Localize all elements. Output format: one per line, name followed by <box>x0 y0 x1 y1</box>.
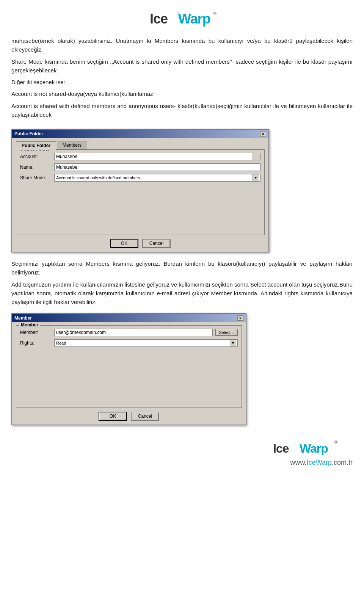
footer-domain-www: www. <box>290 459 307 466</box>
rights-select[interactable]: Read ▼ <box>54 339 238 347</box>
rights-value: Read <box>56 341 230 345</box>
dialog-title: Public Folder <box>14 131 43 136</box>
header-logo: Ice Warp ® <box>11 8 353 30</box>
dialog-close-button[interactable]: × <box>260 131 266 136</box>
member-dialog-close-button[interactable]: × <box>237 315 243 321</box>
member-dialog-title: Member <box>14 315 32 321</box>
member-cancel-button[interactable]: Cancel <box>131 412 159 421</box>
account-input[interactable] <box>54 153 252 160</box>
member-input-group: Select... <box>54 329 238 336</box>
share-mode-label: Share Mode: <box>20 175 54 180</box>
dialog-titlebar: Public Folder × <box>12 130 268 138</box>
member-dialog-titlebar: Member × <box>12 314 246 322</box>
paragraph-3: Diğer iki seçenek ise: <box>11 78 353 86</box>
cancel-button[interactable]: Cancel <box>142 239 171 248</box>
dialog-buttons: OK Cancel <box>16 239 265 248</box>
account-browse-button[interactable]: ... <box>252 153 260 160</box>
member-dialog-body: Member Member: Select... Rights: Read ▼ <box>12 322 246 425</box>
footer-domain: www.IceWarp.com.tr <box>11 459 353 467</box>
tab-members[interactable]: Members <box>57 141 87 149</box>
paragraph-6: Seçimimizi yaptıktan sonra Members kısmı… <box>11 259 353 277</box>
tab-public-folder[interactable]: Public Folder <box>16 141 56 150</box>
dialog-body: Public Folder Members Public Folder Acco… <box>12 138 268 252</box>
icewarp-logo-svg: Ice Warp ® <box>144 8 220 28</box>
rights-label: Rights: <box>20 340 54 346</box>
public-folder-group-box: Public Folder Account: ... Name: Shar <box>16 149 265 235</box>
footer-logo: Ice Warp ® www.IceWarp.com.tr <box>11 437 353 467</box>
share-mode-dropdown-arrow[interactable]: ▼ <box>253 174 259 181</box>
account-input-group: ... <box>54 153 260 160</box>
rights-row: Rights: Read ▼ <box>20 339 238 347</box>
public-folder-dialog-container: Public Folder × Public Folder Members Pu… <box>11 129 269 252</box>
share-mode-value: Account is shared only with defined memb… <box>56 176 253 180</box>
svg-text:Warp: Warp <box>300 442 328 455</box>
svg-text:Ice: Ice <box>273 442 289 455</box>
name-input[interactable] <box>54 163 260 171</box>
svg-text:Ice: Ice <box>150 11 168 27</box>
paragraph-5: Account is shared with defined members a… <box>11 102 353 119</box>
dialog-blank-area <box>20 185 260 230</box>
member-group-box: Member Member: Select... Rights: Read ▼ <box>16 325 242 408</box>
member-dialog-blank-area <box>20 350 238 403</box>
ok-button[interactable]: OK <box>110 239 138 248</box>
footer-domain-icewarp: IceWarp <box>307 459 332 466</box>
footer-domain-suffix: .com.tr <box>332 459 353 466</box>
paragraph-4: Account is not shared-dosya(veya kullanı… <box>11 89 353 98</box>
account-label: Account: <box>20 154 54 159</box>
share-mode-row: Share Mode: Account is shared only with … <box>20 174 260 182</box>
member-input[interactable] <box>54 329 213 336</box>
paragraph-2: Share Mode kısmında benim seçtiğim ,,Acc… <box>11 57 353 75</box>
member-select-button[interactable]: Select... <box>215 329 238 336</box>
public-folder-dialog: Public Folder × Public Folder Members Pu… <box>11 129 269 252</box>
member-group-box-label: Member <box>19 322 40 328</box>
member-row: Member: Select... <box>20 329 238 336</box>
svg-text:®: ® <box>213 11 217 16</box>
footer-icewarp-logo-svg: Ice Warp ® <box>269 437 353 458</box>
member-dialog: Member × Member Member: Select... Rights… <box>11 313 246 425</box>
tabs-row: Public Folder Members <box>16 141 265 149</box>
rights-dropdown-arrow[interactable]: ▼ <box>230 340 236 346</box>
member-ok-button[interactable]: OK <box>99 412 127 421</box>
name-row: Name: <box>20 163 260 171</box>
member-dialog-container: Member × Member Member: Select... Rights… <box>11 313 269 425</box>
share-mode-select[interactable]: Account is shared only with defined memb… <box>54 174 260 182</box>
member-dialog-buttons: OK Cancel <box>16 412 242 421</box>
paragraph-1: muhasebe(örnek olarak) yazabilirsiniz. U… <box>11 36 353 54</box>
account-row: Account: ... <box>20 153 260 160</box>
svg-text:®: ® <box>334 440 337 444</box>
paragraph-7: Add tuşumuzun yardımı ile kullanıcılarım… <box>11 280 353 307</box>
member-label: Member: <box>20 330 54 335</box>
name-label: Name: <box>20 165 54 170</box>
